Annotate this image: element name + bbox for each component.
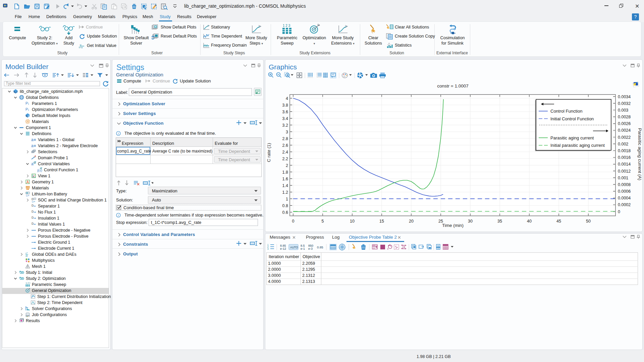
svg-text:0.85: 0.85: [317, 245, 323, 249]
svg-text:Time (min): Time (min): [442, 223, 464, 228]
svg-text:0.0016: 0.0016: [618, 155, 631, 160]
svg-text:20: 20: [409, 219, 414, 224]
svg-text:5: 5: [322, 219, 324, 224]
svg-text:0.8: 0.8: [282, 203, 288, 208]
svg-text:1 2 3: 1 2 3: [283, 24, 290, 27]
svg-text:0.003: 0.003: [618, 108, 628, 113]
svg-text:40: 40: [527, 219, 532, 224]
svg-text:3.6: 3.6: [282, 110, 288, 114]
svg-text:1.4: 1.4: [282, 183, 288, 188]
svg-text:45: 45: [556, 219, 561, 224]
svg-text:0.0002: 0.0002: [618, 202, 631, 207]
svg-text:i: i: [118, 214, 119, 217]
svg-text:3.4: 3.4: [282, 116, 288, 121]
svg-text:2.8: 2.8: [282, 136, 288, 141]
svg-text:Control Function: Control Function: [550, 109, 582, 114]
svg-text:0.0004: 0.0004: [618, 196, 631, 200]
svg-text:0.6: 0.6: [282, 210, 288, 215]
svg-text:0.0034: 0.0034: [618, 95, 631, 99]
svg-text:0.0012: 0.0012: [618, 169, 631, 174]
svg-text:3: 3: [267, 248, 269, 250]
svg-text:C rate (1): C rate (1): [266, 143, 271, 162]
svg-text:0.0008: 0.0008: [618, 182, 631, 187]
svg-text:0.001: 0.001: [618, 176, 628, 180]
svg-text:1: 1: [286, 197, 288, 201]
svg-text:30: 30: [468, 219, 473, 224]
svg-text:1.6: 1.6: [282, 177, 288, 181]
svg-text:0: 0: [618, 209, 620, 214]
svg-text:15: 15: [379, 219, 384, 224]
svg-text:4: 4: [286, 96, 288, 101]
svg-text:0.0028: 0.0028: [618, 115, 631, 119]
svg-text:1.2: 1.2: [282, 190, 288, 195]
svg-text:2.4: 2.4: [282, 150, 288, 155]
svg-text:2.6: 2.6: [282, 143, 288, 148]
svg-text:AUTO: AUTO: [290, 246, 298, 249]
svg-text:0.0032: 0.0032: [618, 101, 631, 106]
svg-text:Parasitic aging current (A): Parasitic aging current (A): [637, 128, 642, 180]
svg-text:50: 50: [586, 219, 591, 224]
svg-text:e-3: e-3: [308, 247, 313, 250]
svg-text:constr = 1.0007: constr = 1.0007: [437, 83, 468, 88]
svg-text:Initial Control Function: Initial Control Function: [550, 116, 594, 121]
svg-text:2: 2: [286, 163, 288, 168]
svg-text:Initial parasitic aging curren: Initial parasitic aging current: [550, 143, 605, 148]
svg-text:3.2: 3.2: [282, 123, 288, 128]
svg-text:0.0018: 0.0018: [618, 148, 631, 153]
svg-text:e-12: e-12: [280, 247, 286, 250]
svg-text:35: 35: [497, 219, 502, 224]
svg-text:0.0006: 0.0006: [618, 189, 631, 194]
svg-text:0.0022: 0.0022: [618, 135, 631, 140]
svg-text:1.8: 1.8: [282, 170, 288, 175]
svg-text:3.8: 3.8: [282, 103, 288, 108]
svg-text:0: 0: [292, 219, 294, 224]
svg-text:0.0014: 0.0014: [618, 162, 631, 167]
svg-text:0.0026: 0.0026: [618, 121, 631, 126]
svg-text:0.0024: 0.0024: [618, 128, 631, 133]
svg-text:e-1: e-1: [301, 247, 305, 250]
svg-text:0.002: 0.002: [618, 142, 628, 146]
svg-text:i: i: [118, 132, 119, 135]
svg-text:t=o: t=o: [79, 46, 83, 49]
svg-text:Parasitic aging current: Parasitic aging current: [550, 135, 594, 140]
svg-text:10: 10: [350, 219, 355, 224]
svg-text:3: 3: [286, 130, 288, 134]
svg-text:2.2: 2.2: [282, 157, 288, 161]
